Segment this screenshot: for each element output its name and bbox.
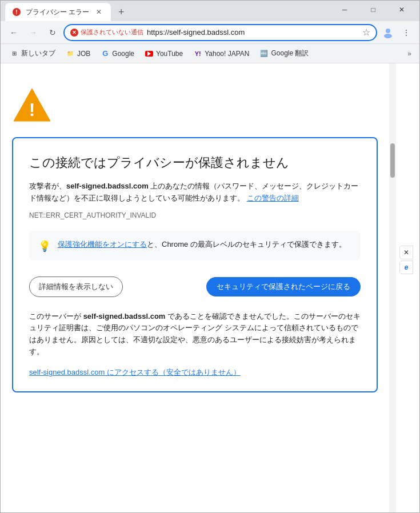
bookmark-google[interactable]: G Google — [96, 47, 139, 61]
svg-point-0 — [386, 29, 390, 33]
back-to-safe-button[interactable]: セキュリティで保護されたページに戻る — [206, 277, 361, 296]
bookmark-label-google: Google — [112, 50, 134, 58]
tab-strip: ! プライバシー エラー ✕ + ─ □ ✕ — [1, 1, 419, 21]
more-bookmarks-button[interactable]: » — [404, 47, 415, 60]
details-section: このサーバーが self-signed.badssl.com であることを確認で… — [29, 311, 361, 358]
browser-content: ! この接続ではプライバシーが保護されません 攻撃者が、self-signed.… — [1, 63, 419, 512]
insecure-icon: ✕ — [70, 29, 78, 37]
omnibox[interactable]: ✕ 保護されていない通信 https://self-signed.badssl.… — [63, 24, 377, 41]
side-panel-close-btn[interactable]: ✕ — [399, 246, 413, 259]
bookmark-label-youtube: YouTube — [156, 50, 183, 58]
back-button[interactable]: ← — [5, 24, 22, 41]
enhance-protection-link[interactable]: 保護強化機能をオンにする — [58, 240, 147, 249]
menu-button[interactable]: ⋮ — [398, 24, 415, 41]
window-controls: ─ □ ✕ — [331, 2, 415, 18]
folder-icon: 📁 — [66, 49, 75, 58]
translate-favicon: 🔤 — [259, 49, 269, 58]
enhance-protection-box: 💡 保護強化機能をオンにすると、Chrome の最高レベルのセキュリティで保護で… — [29, 231, 361, 260]
warning-triangle-icon: ! — [12, 86, 52, 123]
action-buttons: 詳細情報を表示しない セキュリティで保護されたページに戻る — [29, 276, 361, 297]
bookmarks-bar: ⊞ 新しいタブ 📁 JOB G Google YouTube Y! Yahoo!… — [1, 44, 419, 63]
apps-icon: ⊞ — [10, 49, 19, 58]
bookmark-google-translate[interactable]: 🔤 Google 翻訳 — [255, 46, 313, 61]
svg-point-1 — [384, 34, 392, 38]
tab-title: プライバシー エラー — [26, 7, 89, 17]
error-title: この接続ではプライバシーが保護されません — [29, 154, 361, 171]
bookmark-label-yahoo: Yahoo! JAPAN — [205, 50, 249, 58]
error-card: この接続ではプライバシーが保護されません 攻撃者が、self-signed.ba… — [12, 137, 378, 392]
unsafe-access-link[interactable]: self-signed.badssl.com にアクセスする（安全ではありません… — [29, 367, 361, 378]
browser-window: ! プライバシー エラー ✕ + ─ □ ✕ ← → ↻ ✕ 保護されていない通… — [0, 0, 420, 513]
minimize-button[interactable]: ─ — [331, 2, 358, 18]
error-code: NET::ERR_CERT_AUTHORITY_INVALID — [29, 211, 361, 219]
bookmark-label-new-tab: 新しいタブ — [21, 49, 55, 58]
error-description-text: 攻撃者が、 — [29, 182, 66, 190]
side-panel: ✕ e — [399, 246, 413, 274]
address-bar: ← → ↻ ✕ 保護されていない通信 https://self-signed.b… — [1, 21, 419, 44]
yahoo-favicon: Y! — [193, 49, 202, 58]
lightbulb-icon: 💡 — [38, 240, 51, 253]
bookmark-label-translate: Google 翻訳 — [271, 49, 309, 58]
error-domain: self-signed.badssl.com — [66, 182, 149, 190]
maximize-button[interactable]: □ — [360, 2, 386, 18]
bookmark-youtube[interactable]: YouTube — [140, 47, 187, 61]
error-description: 攻撃者が、self-signed.badssl.com 上のあなたの情報（パスワ… — [29, 181, 361, 205]
reload-button[interactable]: ↻ — [44, 24, 61, 41]
google-favicon: G — [101, 49, 110, 58]
enhance-text-rest: と、Chrome の最高レベルのセキュリティで保護できます。 — [147, 240, 346, 249]
new-tab-button[interactable]: + — [113, 4, 129, 20]
bookmark-label-job: JOB — [77, 50, 90, 58]
enhance-text: 保護強化機能をオンにすると、Chrome の最高レベルのセキュリティで保護できま… — [58, 239, 346, 250]
svg-text:!: ! — [29, 99, 35, 120]
youtube-favicon — [145, 49, 154, 58]
active-tab[interactable]: ! プライバシー エラー ✕ — [5, 3, 111, 21]
url-display[interactable]: https://self-signed.badssl.com — [147, 28, 359, 37]
scrollbar-thumb[interactable] — [390, 143, 395, 178]
scrollbar[interactable] — [389, 63, 396, 512]
hide-details-button[interactable]: 詳細情報を表示しない — [29, 276, 123, 297]
close-button[interactable]: ✕ — [389, 2, 415, 18]
bookmark-new-tab[interactable]: ⊞ 新しいタブ — [5, 46, 60, 61]
learn-more-link[interactable]: この警告の詳細 — [247, 194, 299, 202]
bookmark-star-icon[interactable]: ☆ — [362, 27, 370, 38]
tab-favicon: ! — [12, 7, 21, 17]
security-label: 保護されていない通信 — [81, 28, 143, 37]
forward-button[interactable]: → — [25, 24, 42, 41]
address-bar-right-buttons: ⋮ — [379, 24, 415, 41]
tab-close-button[interactable]: ✕ — [94, 7, 104, 17]
security-badge: ✕ 保護されていない通信 — [70, 28, 143, 37]
page-content: ! この接続ではプライバシーが保護されません 攻撃者が、self-signed.… — [1, 63, 389, 512]
side-panel-e-btn[interactable]: e — [399, 260, 413, 274]
profile-button[interactable] — [379, 24, 397, 41]
bookmark-yahoo[interactable]: Y! Yahoo! JAPAN — [189, 47, 254, 61]
tab-warning-icon: ! — [13, 8, 21, 16]
bookmark-job[interactable]: 📁 JOB — [61, 47, 95, 61]
details-domain1: self-signed.badssl.com — [83, 312, 166, 320]
details-text-prefix: このサーバーが — [29, 312, 83, 320]
